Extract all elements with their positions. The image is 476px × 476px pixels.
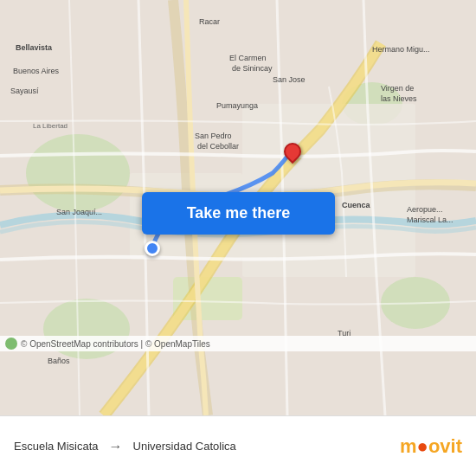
svg-text:Hermano Migu...: Hermano Migu... [372,45,430,54]
svg-text:San Joaquí...: San Joaquí... [56,208,102,216]
svg-text:El Carmen: El Carmen [229,54,267,62]
destination-label: Universidad Catolica [133,440,236,453]
map-attribution: © OpenStreetMap contributors | © OpenMap… [0,336,476,351]
svg-text:San Jose: San Jose [273,75,306,84]
svg-point-1 [26,134,130,212]
svg-text:Mariscal La...: Mariscal La... [407,215,453,224]
svg-text:Buenos Aires: Buenos Aires [13,67,60,75]
svg-text:Cuenca: Cuenca [342,201,371,209]
take-me-there-button[interactable]: Take me there [142,192,335,235]
arrow-icon: → [109,439,123,454]
svg-text:Baños: Baños [48,357,70,365]
svg-text:Racar: Racar [199,17,220,26]
footer: Escuela Misicata → Universidad Catolica … [0,415,476,476]
moovit-logo: m●ovit [400,435,462,458]
svg-text:Bellavista: Bellavista [16,43,53,52]
osm-logo-icon [5,338,17,350]
svg-text:La Libertad: La Libertad [33,122,68,130]
map-container: Bellavista Buenos Aires Sayausí La Liber… [0,0,476,415]
svg-text:del Cebollar: del Cebollar [197,142,239,151]
origin-marker [145,241,160,256]
svg-text:Sayausí: Sayausí [10,87,39,95]
footer-content: Escuela Misicata → Universidad Catolica [14,439,462,454]
svg-text:las Nieves: las Nieves [381,94,417,103]
svg-text:Virgen de: Virgen de [381,84,414,93]
svg-text:San Pedro: San Pedro [195,132,232,140]
origin-label: Escuela Misicata [14,440,99,453]
svg-text:Pumayunga: Pumayunga [216,101,258,110]
svg-text:de Sinincay: de Sinincay [232,64,273,73]
destination-marker [284,143,301,160]
svg-text:Aeropue...: Aeropue... [407,205,443,214]
moovit-text: m●ovit [400,435,462,457]
